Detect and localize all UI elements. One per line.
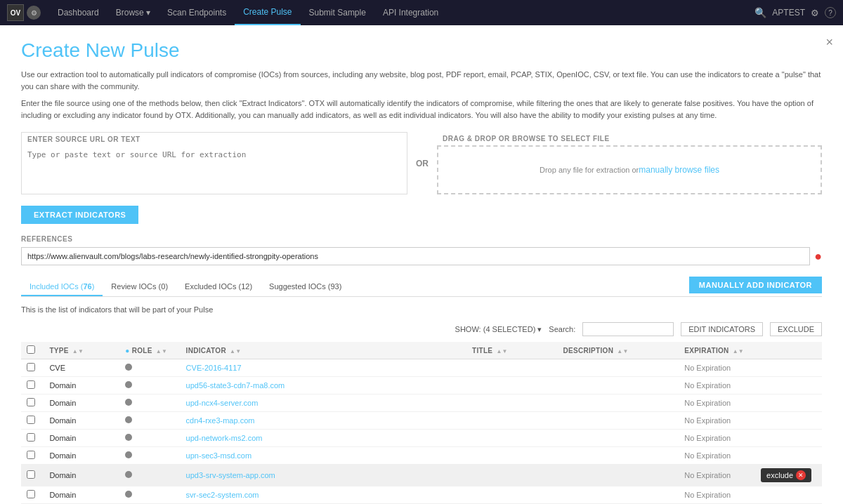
cell-expiration: No Expiration — [679, 486, 755, 504]
expiration-value: No Expiration — [684, 434, 731, 442]
indicator-link[interactable]: upd-ncx4-server.com — [186, 399, 259, 407]
th-title[interactable]: TITLE ▲▼ — [466, 342, 558, 359]
manually-add-button[interactable]: MANUALLY ADD INDICATOR — [689, 277, 822, 293]
search-icon[interactable]: 🔍 — [754, 7, 766, 18]
page-title: Create New Pulse — [21, 39, 822, 62]
nav-scan[interactable]: Scan Endpoints — [159, 0, 235, 25]
browse-link[interactable]: manually browse files — [639, 165, 719, 175]
nav-dashboard[interactable]: Dashboard — [49, 0, 107, 25]
expiration-value: No Expiration — [684, 364, 731, 372]
cell-expiration: No Expiration — [679, 412, 755, 430]
cell-action — [755, 394, 822, 412]
table-row: Domaincdn4-rxe3-map.comNo Expiration — [21, 412, 822, 430]
cell-action — [755, 430, 822, 447]
role-dot — [125, 471, 132, 478]
cell-type: Domain — [44, 412, 119, 430]
cell-title — [466, 412, 558, 430]
url-label: ENTER SOURCE URL OR TEXT — [22, 133, 407, 146]
tab-review-count: 0 — [161, 282, 165, 291]
cell-type: Domain — [44, 394, 119, 412]
th-expiration[interactable]: EXPIRATION ▲▼ — [679, 342, 755, 359]
help-icon[interactable]: ? — [825, 7, 836, 18]
indicator-link[interactable]: upn-sec3-msd.com — [186, 451, 252, 460]
cell-indicator: upd3-srv-system-app.com — [181, 465, 466, 486]
role-dot — [125, 416, 132, 423]
tab-excluded[interactable]: Excluded IOCs (12) — [176, 278, 261, 296]
reference-remove-button[interactable]: ● — [814, 250, 822, 263]
drop-zone[interactable]: Drop any file for extraction or manually… — [437, 145, 822, 194]
close-button[interactable]: × — [825, 35, 833, 50]
row-checkbox[interactable] — [27, 433, 35, 442]
table-body: CVECVE-2016-4117No ExpirationDomainupd56… — [21, 359, 822, 505]
nav-browse[interactable]: Browse ▾ — [107, 0, 159, 25]
row-checkbox[interactable] — [27, 380, 35, 389]
tab-suggested[interactable]: Suggested IOCs (93) — [261, 278, 350, 296]
extract-indicators-button[interactable]: EXTRACT INDICATORS — [21, 206, 138, 224]
cell-indicator: upd-network-ms2.com — [181, 430, 466, 447]
th-action — [755, 342, 822, 359]
file-label: DRAG & DROP OR BROWSE TO SELECT FILE — [437, 132, 822, 145]
logo-gear: ⚙ — [27, 6, 41, 20]
cell-indicator: cdn4-rxe3-map.com — [181, 412, 466, 430]
cell-role — [119, 394, 180, 412]
tab-included[interactable]: Included IOCs (76) — [21, 278, 103, 296]
indicator-link[interactable]: upd3-srv-system-app.com — [186, 471, 275, 479]
cell-type: Domain — [44, 465, 119, 486]
navbar: OV ⚙ Dashboard Browse ▾ Scan Endpoints C… — [0, 0, 843, 25]
row-checkbox[interactable] — [27, 398, 35, 406]
cell-action — [755, 359, 822, 377]
cell-type: Domain — [44, 430, 119, 447]
references-input[interactable] — [21, 247, 810, 265]
row-checkbox[interactable] — [27, 451, 35, 459]
th-desc[interactable]: DESCRIPTION ▲▼ — [558, 342, 679, 359]
show-select-label: SHOW: (4 SELECTED) ▾ — [455, 325, 542, 334]
role-dot — [125, 399, 132, 406]
cell-action — [755, 486, 822, 504]
ioc-info: This is the list of indicators that will… — [21, 305, 822, 314]
exclude-x-button[interactable]: ✕ — [796, 470, 806, 480]
edit-indicators-button[interactable]: EDIT INDICATORS — [681, 322, 763, 336]
cell-expiration: No Expiration — [679, 394, 755, 412]
nav-items: Dashboard Browse ▾ Scan Endpoints Create… — [49, 0, 754, 25]
indicator-link[interactable]: upd56-state3-cdn7-ma8.com — [186, 381, 285, 390]
select-all-checkbox[interactable] — [27, 345, 35, 354]
nav-submit[interactable]: Submit Sample — [301, 0, 374, 25]
sort-indicator-icon: ▲▼ — [230, 348, 241, 354]
row-checkbox[interactable] — [27, 470, 35, 479]
cell-role — [119, 486, 180, 504]
row-checkbox[interactable] — [27, 416, 35, 424]
exclude-button-toolbar[interactable]: EXCLUDE — [770, 322, 822, 336]
expiration-value: No Expiration — [684, 381, 731, 390]
row-checkbox[interactable] — [27, 363, 35, 371]
cell-action — [755, 377, 822, 394]
th-indicator[interactable]: INDICATOR ▲▼ — [181, 342, 466, 359]
indicator-link[interactable]: cdn4-rxe3-map.com — [186, 416, 255, 425]
indicator-link[interactable]: upd-network-ms2.com — [186, 434, 263, 442]
expiration-value: No Expiration — [684, 491, 731, 499]
exclude-tooltip-label: exclude — [766, 471, 793, 479]
indicator-link[interactable]: CVE-2016-4117 — [186, 364, 242, 372]
th-type[interactable]: TYPE ▲▼ — [44, 342, 119, 359]
th-role[interactable]: ● ROLE ▲▼ — [119, 342, 180, 359]
tab-review[interactable]: Review IOCs (0) — [103, 278, 176, 296]
nav-create-pulse[interactable]: Create Pulse — [235, 0, 300, 25]
cell-description — [558, 394, 679, 412]
cell-title — [466, 394, 558, 412]
cell-title — [466, 377, 558, 394]
tab-review-label: Review IOCs (0) — [111, 282, 168, 291]
cell-type: Domain — [44, 377, 119, 394]
search-label: Search: — [549, 325, 575, 333]
role-dot — [125, 451, 132, 458]
indicator-link[interactable]: svr-sec2-system.com — [186, 491, 259, 499]
cell-role — [119, 359, 180, 377]
cell-description — [558, 377, 679, 394]
cell-expiration: No Expiration — [679, 430, 755, 447]
settings-icon[interactable]: ⚙ — [811, 8, 819, 18]
references-label: REFERENCES — [21, 235, 822, 243]
row-checkbox[interactable] — [27, 490, 35, 498]
search-input[interactable] — [582, 322, 674, 336]
table-row: Domainupd3-srv-system-app.comNo Expirati… — [21, 465, 822, 486]
nav-api[interactable]: API Integration — [374, 0, 447, 25]
sort-type-icon: ▲▼ — [72, 348, 84, 354]
url-input[interactable] — [22, 146, 407, 181]
